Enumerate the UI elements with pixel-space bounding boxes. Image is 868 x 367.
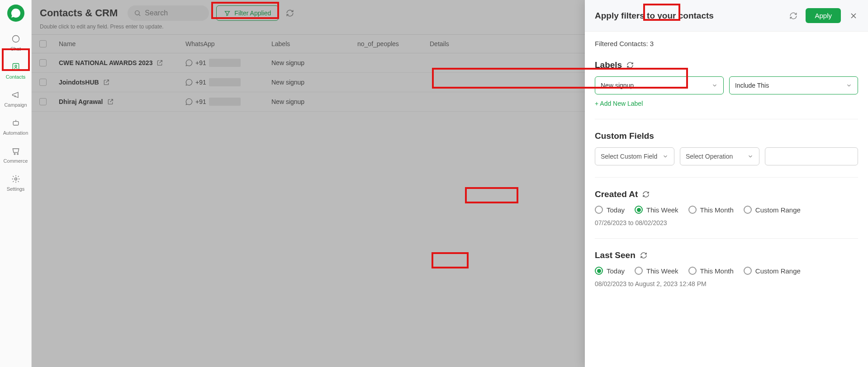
svg-point-7 (135, 11, 139, 15)
radio-today[interactable]: Today (595, 267, 625, 275)
gear-icon (10, 174, 21, 184)
search-icon (134, 9, 141, 17)
radio-icon (744, 206, 752, 214)
add-label-link[interactable]: + Add New Label (595, 100, 858, 107)
sidebar-item-label: Commerce (4, 158, 28, 164)
radio-this-week[interactable]: This Week (635, 206, 678, 214)
sidebar-item-label: Automation (3, 130, 28, 136)
col-whatsapp[interactable]: WhatsApp (181, 35, 267, 53)
radio-icon (595, 206, 603, 214)
filter-panel: Apply filters to your contacts Apply Fil… (585, 0, 868, 367)
search-input[interactable]: Search (128, 5, 209, 21)
row-checkbox[interactable] (39, 98, 47, 105)
created-at-title: Created At (595, 189, 858, 199)
divider (595, 119, 858, 119)
filter-button-label: Filter Applied (234, 9, 271, 17)
radio-this-week[interactable]: This Week (635, 267, 678, 275)
row-label: New signup (267, 54, 353, 72)
include-select-value: Include This (735, 82, 769, 89)
radio-icon (635, 267, 643, 275)
radio-icon (688, 206, 697, 214)
open-external-icon[interactable] (156, 59, 163, 66)
contacts-icon (10, 61, 21, 72)
chevron-down-icon (846, 82, 852, 89)
sidebar-item-campaign[interactable]: Campaign (3, 86, 28, 110)
refresh-icon[interactable] (642, 191, 650, 198)
sidebar-item-label: Campaign (4, 102, 27, 108)
contact-name: JoindotsHUB (59, 79, 99, 86)
refresh-icon[interactable] (286, 9, 294, 17)
phone-prefix: +91 (195, 98, 206, 105)
whatsapp-icon (185, 59, 193, 66)
page-title: Contacts & CRM (40, 7, 118, 19)
row-label: New signup (267, 93, 353, 111)
apply-button[interactable]: Apply (806, 8, 841, 23)
radio-today[interactable]: Today (595, 206, 625, 214)
sidebar-item-chat[interactable]: Chat (3, 30, 28, 54)
col-labels[interactable]: Labels (267, 35, 353, 53)
open-external-icon[interactable] (107, 98, 114, 105)
app-logo (7, 5, 24, 22)
panel-title: Apply filters to your contacts (595, 11, 714, 21)
panel-header: Apply filters to your contacts Apply (585, 0, 868, 32)
phone-redacted (209, 78, 241, 86)
sidebar-item-automation[interactable]: Automation (3, 114, 28, 138)
filter-icon (224, 10, 231, 17)
svg-point-2 (14, 65, 16, 67)
phone-redacted (209, 59, 241, 67)
whatsapp-logo-icon (10, 8, 21, 19)
sidebar-item-label: Settings (7, 186, 25, 192)
close-icon[interactable] (849, 11, 858, 20)
label-select[interactable]: New signup (595, 76, 724, 94)
sidebar-item-label: Contacts (6, 74, 25, 80)
panel-body: Filtered Contacts: 3 Labels New signup I… (585, 32, 868, 367)
col-nop[interactable]: no_of_peoples (353, 35, 425, 53)
operation-select[interactable]: Select Operation (680, 147, 759, 165)
filter-applied-button[interactable]: Filter Applied (216, 5, 279, 21)
radio-icon (635, 206, 643, 214)
refresh-icon[interactable] (626, 61, 634, 69)
include-select[interactable]: Include This (729, 76, 858, 94)
svg-rect-3 (13, 122, 19, 125)
row-checkbox[interactable] (39, 59, 47, 66)
radio-this-month[interactable]: This Month (688, 206, 734, 214)
row-checkbox[interactable] (39, 79, 47, 86)
last-seen-title: Last Seen (595, 250, 858, 260)
radio-this-month[interactable]: This Month (688, 267, 734, 275)
chat-icon (10, 33, 21, 44)
sidebar-item-commerce[interactable]: Commerce (3, 142, 28, 166)
custom-field-placeholder: Select Custom Field (601, 153, 657, 160)
svg-point-6 (14, 178, 17, 180)
phone-prefix: +91 (195, 79, 206, 86)
radio-custom-range[interactable]: Custom Range (744, 206, 801, 214)
sidebar-item-settings[interactable]: Settings (3, 170, 28, 194)
created-at-radios: Today This Week This Month Custom Range (595, 206, 858, 214)
col-name[interactable]: Name (54, 35, 181, 53)
contact-name: CWE NATIONAL AWARDS 2023 (59, 59, 152, 66)
radio-custom-range[interactable]: Custom Range (744, 267, 801, 275)
custom-field-select[interactable]: Select Custom Field (595, 147, 674, 165)
lastseen-date-range: 08/02/2023 to August 2, 2023 12:48 PM (595, 280, 858, 287)
search-placeholder: Search (145, 9, 168, 17)
select-all-checkbox[interactable] (39, 40, 47, 47)
custom-value-input[interactable] (765, 147, 858, 165)
label-select-value: New signup (601, 82, 634, 89)
divider (595, 177, 858, 178)
chevron-down-icon (747, 153, 754, 160)
refresh-icon[interactable] (640, 252, 647, 259)
radio-icon (688, 267, 697, 275)
open-external-icon[interactable] (103, 79, 110, 86)
sidebar-item-contacts[interactable]: Contacts (3, 58, 28, 82)
row-label: New signup (267, 73, 353, 91)
sidebar-item-label: Chat (10, 46, 21, 52)
whatsapp-icon (185, 98, 193, 105)
megaphone-icon (10, 89, 21, 100)
chevron-down-icon (662, 153, 669, 160)
svg-point-4 (14, 153, 15, 155)
robot-icon (10, 118, 21, 128)
phone-prefix: +91 (195, 59, 206, 66)
radio-icon (744, 267, 752, 275)
contact-name: Dhiraj Agrawal (59, 98, 103, 105)
whatsapp-icon (185, 79, 193, 86)
refresh-icon[interactable] (789, 12, 797, 20)
